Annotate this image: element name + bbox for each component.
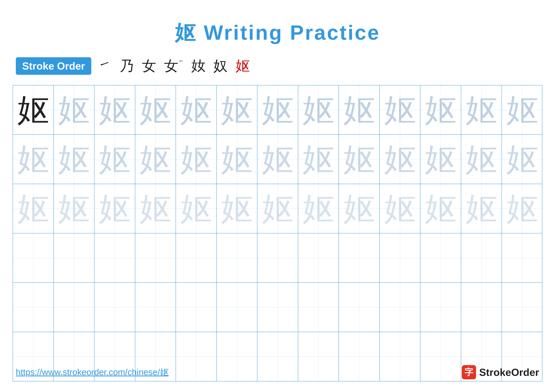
grid-cell-r2-c2[interactable]: 妪 (54, 135, 95, 184)
grid-cell-r1-c3[interactable]: 妪 (95, 86, 135, 134)
stroke-step-4: 女⁻ (164, 56, 183, 76)
grid-cell-r2-c8[interactable]: 妪 (298, 135, 339, 184)
char-faint: 妪 (262, 193, 293, 224)
char-faint: 妪 (99, 94, 131, 126)
grid-cell-r3-c12[interactable]: 妪 (461, 184, 502, 233)
grid-cell-r2-c6[interactable]: 妪 (217, 135, 258, 184)
grid-cell-r5-c6[interactable] (217, 283, 258, 332)
grid-cell-r2-c4[interactable]: 妪 (135, 135, 176, 184)
grid-cell-r5-c12[interactable] (461, 283, 502, 332)
grid-cell-r2-c3[interactable]: 妪 (95, 135, 135, 184)
grid-cell-r5-c9[interactable] (339, 283, 380, 332)
footer-url[interactable]: https://www.strokeorder.com/chinese/妪 (16, 366, 169, 378)
grid-cell-r1-c2[interactable]: 妪 (54, 86, 95, 134)
grid-row-2: 妪 妪 妪 妪 妪 妪 妪 妪 妪 妪 妪 妪 妪 (13, 135, 542, 184)
grid-cell-r1-c11[interactable]: 妪 (420, 86, 461, 134)
grid-cell-r4-c9[interactable] (339, 233, 380, 282)
char-faint: 妪 (343, 193, 375, 224)
grid-cell-r3-c4[interactable]: 妪 (135, 184, 176, 233)
grid-cell-r3-c9[interactable]: 妪 (339, 184, 380, 233)
char-faint: 妪 (343, 143, 375, 175)
char-faint: 妪 (425, 193, 456, 224)
grid-cell-r3-c5[interactable]: 妪 (176, 184, 217, 233)
grid-cell-r5-c1[interactable] (13, 283, 54, 332)
logo-icon: 字 (462, 365, 476, 379)
char-faint: 妪 (425, 143, 456, 175)
grid-cell-r4-c3[interactable] (95, 233, 135, 282)
grid-cell-r1-c1[interactable]: 妪 (13, 86, 54, 134)
grid-cell-r1-c8[interactable]: 妪 (298, 86, 339, 134)
stroke-step-6: 奴 (213, 56, 228, 76)
practice-grid: 妪 妪 妪 妪 妪 妪 妪 妪 妪 妪 妪 妪 (13, 85, 542, 381)
grid-cell-r2-c10[interactable]: 妪 (380, 135, 421, 184)
grid-cell-r5-c10[interactable] (380, 283, 421, 332)
grid-cell-r1-c5[interactable]: 妪 (176, 86, 217, 134)
grid-cell-r5-c13[interactable] (502, 283, 543, 332)
char-faint: 妪 (466, 193, 497, 224)
char-faint: 妪 (17, 193, 49, 224)
grid-cell-r4-c5[interactable] (176, 233, 217, 282)
footer: https://www.strokeorder.com/chinese/妪 字 … (0, 365, 555, 379)
char-faint: 妪 (221, 94, 253, 126)
grid-cell-r4-c10[interactable] (380, 233, 421, 282)
grid-cell-r4-c7[interactable] (257, 233, 298, 282)
grid-cell-r5-c2[interactable] (54, 283, 95, 332)
char-faint: 妪 (99, 143, 131, 175)
grid-cell-r1-c4[interactable]: 妪 (135, 86, 176, 134)
char-faint: 妪 (466, 94, 497, 126)
grid-cell-r3-c8[interactable]: 妪 (298, 184, 339, 233)
grid-cell-r5-c3[interactable] (95, 283, 135, 332)
grid-cell-r4-c13[interactable] (502, 233, 543, 282)
grid-cell-r3-c3[interactable]: 妪 (95, 184, 135, 233)
stroke-step-1: ㇀ (98, 56, 112, 76)
grid-cell-r4-c6[interactable] (217, 233, 258, 282)
grid-cell-r4-c2[interactable] (54, 233, 95, 282)
grid-cell-r1-c7[interactable]: 妪 (257, 86, 298, 134)
grid-row-1: 妪 妪 妪 妪 妪 妪 妪 妪 妪 妪 妪 妪 (13, 86, 542, 135)
grid-cell-r2-c1[interactable]: 妪 (13, 135, 54, 184)
char-faint: 妪 (58, 94, 90, 126)
grid-cell-r4-c1[interactable] (13, 233, 54, 282)
grid-cell-r5-c8[interactable] (298, 283, 339, 332)
grid-cell-r2-c12[interactable]: 妪 (461, 135, 502, 184)
grid-cell-r3-c7[interactable]: 妪 (257, 184, 298, 233)
grid-cell-r2-c13[interactable]: 妪 (502, 135, 543, 184)
grid-cell-r3-c10[interactable]: 妪 (380, 184, 421, 233)
grid-cell-r3-c13[interactable]: 妪 (502, 184, 543, 233)
grid-row-3: 妪 妪 妪 妪 妪 妪 妪 妪 妪 妪 妪 妪 妪 (13, 184, 542, 233)
grid-cell-r1-c12[interactable]: 妪 (461, 86, 502, 134)
char-faint: 妪 (506, 193, 538, 224)
grid-cell-r1-c9[interactable]: 妪 (339, 86, 380, 134)
grid-cell-r1-c13[interactable]: 妪 (502, 86, 543, 134)
grid-cell-r4-c8[interactable] (298, 233, 339, 282)
char-faint: 妪 (343, 94, 375, 126)
char-faint: 妪 (139, 143, 171, 175)
char-faint: 妪 (302, 94, 334, 126)
grid-cell-r1-c10[interactable]: 妪 (380, 86, 421, 134)
stroke-step-2: 乃 (120, 56, 134, 76)
grid-cell-r3-c1[interactable]: 妪 (13, 184, 54, 233)
char-faint: 妪 (262, 143, 293, 175)
grid-cell-r2-c11[interactable]: 妪 (420, 135, 461, 184)
stroke-step-7: 妪 (236, 56, 250, 76)
grid-cell-r3-c2[interactable]: 妪 (54, 184, 95, 233)
char-faint: 妪 (58, 193, 90, 224)
char-faint: 妪 (139, 94, 171, 126)
grid-cell-r5-c5[interactable] (176, 283, 217, 332)
char-faint: 妪 (384, 94, 416, 126)
char-faint: 妪 (221, 193, 253, 224)
grid-cell-r5-c4[interactable] (135, 283, 176, 332)
char-faint: 妪 (180, 143, 212, 175)
grid-cell-r4-c4[interactable] (135, 233, 176, 282)
grid-cell-r5-c11[interactable] (420, 283, 461, 332)
grid-cell-r2-c7[interactable]: 妪 (257, 135, 298, 184)
grid-cell-r2-c5[interactable]: 妪 (176, 135, 217, 184)
grid-cell-r3-c11[interactable]: 妪 (420, 184, 461, 233)
grid-cell-r5-c7[interactable] (257, 283, 298, 332)
grid-cell-r4-c11[interactable] (420, 233, 461, 282)
grid-cell-r1-c6[interactable]: 妪 (217, 86, 258, 134)
grid-cell-r2-c9[interactable]: 妪 (339, 135, 380, 184)
grid-cell-r3-c6[interactable]: 妪 (217, 184, 258, 233)
char-faint: 妪 (466, 143, 497, 175)
grid-cell-r4-c12[interactable] (461, 233, 502, 282)
